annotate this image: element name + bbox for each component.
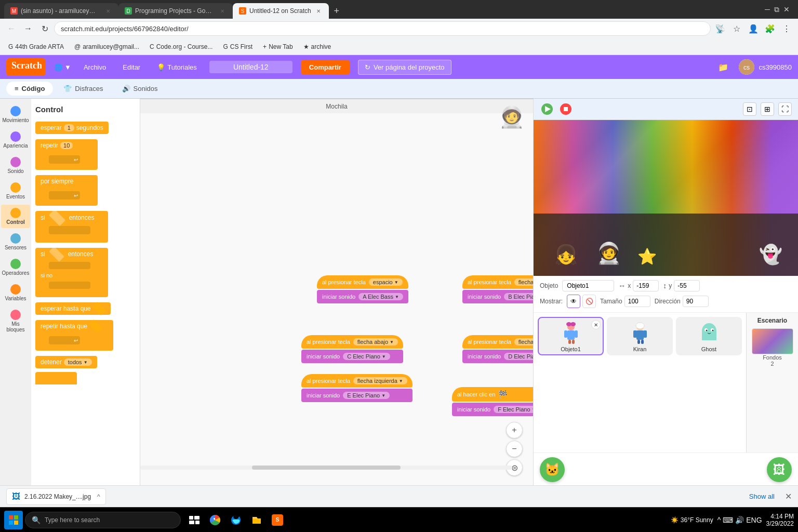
bookmark-csfirst[interactable]: G CS First bbox=[219, 42, 257, 52]
menu-btn[interactable]: ⋮ bbox=[779, 21, 794, 36]
nav-tutoriales[interactable]: 💡 Tutoriales bbox=[153, 61, 201, 73]
bookmark-code[interactable]: C Code.org - Course... bbox=[145, 42, 217, 52]
category-variables[interactable]: Variables bbox=[1, 281, 30, 304]
sprite-card-kiran[interactable]: Kiran bbox=[607, 317, 673, 355]
taskview-icon[interactable] bbox=[185, 511, 204, 529]
ws-block-event-arriba[interactable]: al presionar tecla flecha arriba ▼ bbox=[462, 275, 533, 289]
tab-close-2[interactable]: ✕ bbox=[218, 7, 227, 15]
start-button[interactable] bbox=[4, 511, 23, 529]
ws-sound-select-bass[interactable]: A Elec Bass ▼ bbox=[358, 293, 403, 300]
stage-stop-btn[interactable] bbox=[558, 102, 573, 116]
bookmark-gmail[interactable]: @ aramilucey@gmail... bbox=[70, 42, 143, 52]
block-repetir-input[interactable]: 10 bbox=[60, 142, 73, 149]
ws-block-flag[interactable]: al hacer clic en 🏁 bbox=[452, 387, 533, 402]
block-esperar-input[interactable]: 1 bbox=[64, 124, 74, 131]
direccion-input[interactable] bbox=[683, 296, 709, 307]
restore-btn[interactable]: ⧉ bbox=[774, 5, 779, 14]
category-movimiento[interactable]: Movimiento bbox=[1, 103, 30, 126]
weather-widget[interactable]: ☀️ 36°F Sunny bbox=[671, 516, 713, 524]
taskbar-edge-icon[interactable] bbox=[227, 511, 245, 529]
block-porsiempre[interactable]: por siempre ↩ bbox=[35, 175, 98, 206]
ws-block-sound-f[interactable]: iniciar sonido F Elec Piano ▼ bbox=[452, 403, 533, 416]
ws-event-select-espacio[interactable]: espacio ▼ bbox=[369, 278, 403, 286]
nav-user[interactable]: cs cs3990850 bbox=[739, 59, 792, 75]
sprite-name-input[interactable] bbox=[562, 280, 614, 291]
project-name-input[interactable] bbox=[209, 61, 292, 73]
tab-disfraces[interactable]: 👕 Disfraces bbox=[55, 82, 111, 96]
profile-btn[interactable]: 👤 bbox=[746, 21, 761, 36]
nav-globe[interactable]: 🌐 ▼ bbox=[54, 63, 71, 71]
ws-block-event-izquierda[interactable]: al presionar tecla flecha izquierda ▼ bbox=[301, 374, 413, 388]
ws-event-select-izquierda[interactable]: flecha izquierda ▼ bbox=[353, 377, 407, 384]
zoom-out-btn[interactable]: − bbox=[506, 441, 523, 457]
ws-block-event-abajo[interactable]: al presionar tecla flecha abajo ▼ bbox=[301, 335, 403, 349]
tab-close-1[interactable]: ✕ bbox=[104, 7, 112, 15]
ws-block-event-derecha[interactable]: al presionar tecla flecha derecha ▼ bbox=[462, 335, 533, 349]
nav-editar[interactable]: Editar bbox=[118, 61, 144, 73]
category-misbloques[interactable]: Mis bloques bbox=[1, 307, 30, 336]
sprite-card-ghost[interactable]: Ghost bbox=[676, 317, 742, 355]
block-esperarhasta[interactable]: esperar hasta que bbox=[35, 302, 111, 315]
ws-block-sound-bass[interactable]: iniciar sonido A Elec Bass ▼ bbox=[317, 290, 408, 303]
back-btn[interactable]: ← bbox=[4, 21, 19, 36]
bookmark-archive[interactable]: ★ archive bbox=[299, 42, 336, 52]
stage-medium-view-btn[interactable]: ⊞ bbox=[761, 102, 774, 116]
bookmark-newtab[interactable]: + New Tab bbox=[259, 42, 297, 52]
block-repetirhasta[interactable]: repetir hasta que ↩ bbox=[35, 320, 113, 351]
taskbar-files-icon[interactable] bbox=[247, 511, 266, 529]
y-input[interactable] bbox=[674, 280, 700, 291]
category-control[interactable]: Control bbox=[1, 205, 30, 228]
block-si1[interactable]: si entonces bbox=[35, 211, 108, 243]
mochila-bar[interactable]: Mochila bbox=[140, 99, 533, 113]
bookmark-btn[interactable]: ☆ bbox=[729, 21, 744, 36]
category-eventos[interactable]: Eventos bbox=[1, 179, 30, 203]
sprite-delete-objeto1[interactable]: ✕ bbox=[591, 320, 601, 329]
ws-block-sound-d[interactable]: iniciar sonido D Elec Piano ▼ bbox=[462, 350, 533, 363]
show-hidden-btn[interactable]: 🚫 bbox=[582, 295, 596, 308]
browser-tab-3[interactable]: S Untitled-12 on Scratch ✕ bbox=[233, 3, 329, 19]
ws-sound-select-f[interactable]: F Elec Piano ▼ bbox=[494, 406, 533, 413]
tamano-input[interactable] bbox=[624, 296, 650, 307]
sprite-card-objeto1[interactable]: ✕ bbox=[538, 317, 604, 355]
block-si2[interactable]: si entonces si no bbox=[35, 248, 108, 297]
stage-fullscreen-btn[interactable]: ⛶ bbox=[778, 102, 792, 116]
tray-time[interactable]: 4:14 PM 3/29/2022 bbox=[766, 513, 794, 527]
ws-block-event-espacio[interactable]: al presionar tecla espacio ▼ bbox=[317, 275, 408, 289]
screen-cast-btn[interactable]: 📡 bbox=[713, 21, 727, 36]
block-detener[interactable]: detener todos ▼ bbox=[35, 356, 97, 368]
block-repetir[interactable]: repetir 10 ↩ bbox=[35, 139, 98, 170]
block-detener-select[interactable]: todos ▼ bbox=[64, 358, 92, 366]
category-sonido[interactable]: Sonido bbox=[1, 154, 30, 177]
close-btn[interactable]: ✕ bbox=[783, 5, 790, 14]
category-sensores[interactable]: Sensores bbox=[1, 230, 30, 254]
show-all-button[interactable]: Show all bbox=[745, 490, 779, 502]
browser-tab-2[interactable]: D Programing Projects - Google D... ✕ bbox=[118, 3, 233, 19]
tray-arrow-icon[interactable]: ^ bbox=[717, 516, 721, 524]
category-apariencia[interactable]: Apariencia bbox=[1, 128, 30, 152]
show-visible-btn[interactable]: 👁 bbox=[567, 295, 580, 308]
minimize-btn[interactable]: ─ bbox=[765, 5, 770, 14]
new-tab-button[interactable]: + bbox=[329, 3, 344, 19]
refresh-btn[interactable]: ↻ bbox=[37, 21, 52, 36]
ws-sound-select-d[interactable]: D Elec Piano ▼ bbox=[504, 353, 533, 360]
scratch-logo[interactable]: Scratch bbox=[6, 58, 46, 76]
address-bar[interactable]: scratch.mit.edu/projects/667962840/edito… bbox=[54, 21, 711, 36]
taskbar-search-bar[interactable]: 🔍 Type here to search bbox=[25, 512, 181, 528]
extensions-btn[interactable]: 🧩 bbox=[763, 21, 777, 36]
zoom-in-btn[interactable]: + bbox=[506, 422, 523, 438]
browser-tab-1[interactable]: M (sin asunto) - aramilucey@gmai... ✕ bbox=[4, 3, 118, 19]
download-chevron-icon[interactable]: ^ bbox=[97, 493, 100, 500]
block-esperar[interactable]: esperar 1 segundos bbox=[35, 122, 109, 134]
ws-sound-select-c[interactable]: C Elec Piano ▼ bbox=[343, 353, 390, 360]
taskbar-scratch-icon[interactable]: S bbox=[268, 511, 287, 529]
tray-keyboard-icon[interactable]: ⌨ bbox=[723, 516, 733, 524]
ws-sound-select-e[interactable]: E Elec Piano ▼ bbox=[343, 392, 390, 399]
nav-archivo[interactable]: Archivo bbox=[79, 61, 110, 73]
ws-event-select-abajo[interactable]: flecha abajo ▼ bbox=[353, 338, 398, 345]
ws-block-sound-b[interactable]: iniciar sonido B Elec Piano ▼ bbox=[462, 290, 533, 303]
ws-event-select-arriba[interactable]: flecha arriba ▼ bbox=[514, 278, 533, 286]
workspace-scrollbar[interactable] bbox=[140, 466, 512, 470]
download-bar-close-icon[interactable]: ✕ bbox=[785, 491, 792, 501]
ws-block-sound-c[interactable]: iniciar sonido C Elec Piano ▼ bbox=[301, 350, 403, 363]
scenery-thumb[interactable] bbox=[752, 328, 793, 354]
